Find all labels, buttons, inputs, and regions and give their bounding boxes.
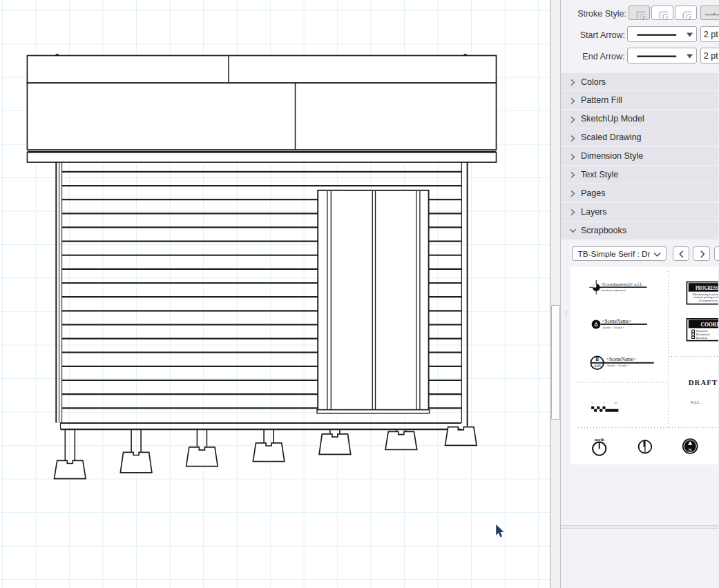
svg-text:Electrical: Electrical: [696, 336, 708, 340]
svg-text:2: 2: [604, 402, 605, 404]
svg-text:All content is su: All content is su: [698, 299, 718, 302]
svg-text:B: B: [595, 357, 599, 362]
svg-text:location reference: location reference: [601, 288, 626, 292]
svg-text:N: N: [689, 447, 692, 452]
svg-text:<Coordinates(x)> a.f.f.: <Coordinates(x)> a.f.f.: [601, 282, 642, 287]
svg-text:N.I.C.: N.I.C.: [691, 400, 700, 404]
svg-text:DRAFT: DRAFT: [689, 378, 718, 386]
svg-text:<SceneName>: <SceneName>: [606, 356, 636, 362]
svg-text:Scale: <Scale>: Scale: <Scale>: [607, 364, 629, 367]
svg-text:A00: A00: [594, 364, 601, 368]
svg-text:PROGRESS: PROGRESS: [696, 285, 718, 291]
svg-text:0: 0: [592, 402, 593, 404]
svg-text:COORDIN: COORDIN: [701, 322, 718, 328]
svg-text:40: 40: [615, 402, 617, 404]
svg-text:north: north: [595, 438, 605, 442]
svg-text:<SceneName>: <SceneName>: [602, 318, 631, 324]
svg-text:Scale: <Scale>: Scale: <Scale>: [603, 326, 624, 329]
